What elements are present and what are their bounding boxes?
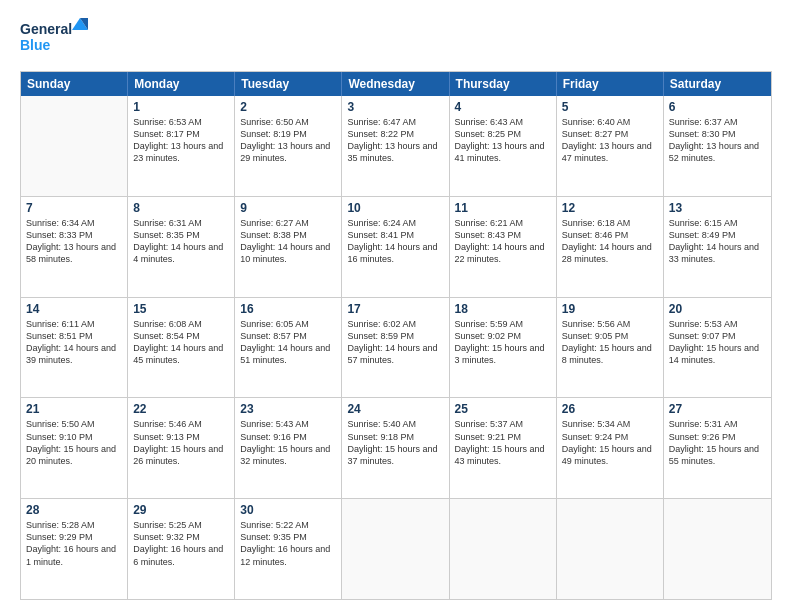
calendar-header: SundayMondayTuesdayWednesdayThursdayFrid… — [21, 72, 771, 96]
cell-info-line: Sunset: 8:57 PM — [240, 330, 336, 342]
day-cell-16: 16Sunrise: 6:05 AMSunset: 8:57 PMDayligh… — [235, 298, 342, 398]
cell-info-line: Sunrise: 6:37 AM — [669, 116, 766, 128]
cell-info-line: Daylight: 15 hours and 26 minutes. — [133, 443, 229, 467]
cell-info-line: Sunset: 9:13 PM — [133, 431, 229, 443]
cell-info-line: Sunset: 8:17 PM — [133, 128, 229, 140]
cell-info-line: Sunrise: 5:56 AM — [562, 318, 658, 330]
day-cell-8: 8Sunrise: 6:31 AMSunset: 8:35 PMDaylight… — [128, 197, 235, 297]
cell-info-line: Sunrise: 5:25 AM — [133, 519, 229, 531]
day-number: 27 — [669, 402, 766, 416]
calendar-week-2: 7Sunrise: 6:34 AMSunset: 8:33 PMDaylight… — [21, 197, 771, 298]
day-header-sunday: Sunday — [21, 72, 128, 96]
calendar-week-1: 1Sunrise: 6:53 AMSunset: 8:17 PMDaylight… — [21, 96, 771, 197]
calendar-body: 1Sunrise: 6:53 AMSunset: 8:17 PMDaylight… — [21, 96, 771, 599]
cell-info-line: Daylight: 14 hours and 33 minutes. — [669, 241, 766, 265]
cell-info-line: Daylight: 15 hours and 55 minutes. — [669, 443, 766, 467]
empty-cell — [664, 499, 771, 599]
cell-info-line: Sunset: 9:16 PM — [240, 431, 336, 443]
day-number: 11 — [455, 201, 551, 215]
cell-info-line: Daylight: 15 hours and 49 minutes. — [562, 443, 658, 467]
cell-info-line: Sunrise: 6:31 AM — [133, 217, 229, 229]
day-cell-25: 25Sunrise: 5:37 AMSunset: 9:21 PMDayligh… — [450, 398, 557, 498]
day-number: 28 — [26, 503, 122, 517]
calendar: SundayMondayTuesdayWednesdayThursdayFrid… — [20, 71, 772, 600]
cell-info-line: Sunrise: 6:43 AM — [455, 116, 551, 128]
cell-info-line: Sunrise: 6:11 AM — [26, 318, 122, 330]
day-number: 23 — [240, 402, 336, 416]
day-number: 22 — [133, 402, 229, 416]
cell-info-line: Daylight: 14 hours and 45 minutes. — [133, 342, 229, 366]
cell-info-line: Sunset: 8:35 PM — [133, 229, 229, 241]
day-cell-4: 4Sunrise: 6:43 AMSunset: 8:25 PMDaylight… — [450, 96, 557, 196]
cell-info-line: Daylight: 14 hours and 22 minutes. — [455, 241, 551, 265]
day-cell-9: 9Sunrise: 6:27 AMSunset: 8:38 PMDaylight… — [235, 197, 342, 297]
cell-info-line: Sunset: 8:59 PM — [347, 330, 443, 342]
day-cell-19: 19Sunrise: 5:56 AMSunset: 9:05 PMDayligh… — [557, 298, 664, 398]
cell-info-line: Daylight: 15 hours and 3 minutes. — [455, 342, 551, 366]
day-number: 3 — [347, 100, 443, 114]
day-cell-22: 22Sunrise: 5:46 AMSunset: 9:13 PMDayligh… — [128, 398, 235, 498]
cell-info-line: Daylight: 15 hours and 8 minutes. — [562, 342, 658, 366]
cell-info-line: Sunset: 8:22 PM — [347, 128, 443, 140]
day-number: 8 — [133, 201, 229, 215]
cell-info-line: Daylight: 13 hours and 35 minutes. — [347, 140, 443, 164]
day-header-wednesday: Wednesday — [342, 72, 449, 96]
cell-info-line: Sunrise: 6:05 AM — [240, 318, 336, 330]
cell-info-line: Sunset: 9:21 PM — [455, 431, 551, 443]
cell-info-line: Sunrise: 5:40 AM — [347, 418, 443, 430]
day-number: 19 — [562, 302, 658, 316]
day-cell-15: 15Sunrise: 6:08 AMSunset: 8:54 PMDayligh… — [128, 298, 235, 398]
cell-info-line: Sunrise: 6:18 AM — [562, 217, 658, 229]
calendar-week-3: 14Sunrise: 6:11 AMSunset: 8:51 PMDayligh… — [21, 298, 771, 399]
day-cell-27: 27Sunrise: 5:31 AMSunset: 9:26 PMDayligh… — [664, 398, 771, 498]
day-number: 10 — [347, 201, 443, 215]
day-number: 16 — [240, 302, 336, 316]
cell-info-line: Sunrise: 6:40 AM — [562, 116, 658, 128]
day-number: 15 — [133, 302, 229, 316]
cell-info-line: Daylight: 13 hours and 58 minutes. — [26, 241, 122, 265]
cell-info-line: Sunrise: 6:50 AM — [240, 116, 336, 128]
cell-info-line: Daylight: 13 hours and 29 minutes. — [240, 140, 336, 164]
cell-info-line: Daylight: 14 hours and 4 minutes. — [133, 241, 229, 265]
cell-info-line: Daylight: 14 hours and 28 minutes. — [562, 241, 658, 265]
day-number: 14 — [26, 302, 122, 316]
cell-info-line: Sunset: 9:24 PM — [562, 431, 658, 443]
cell-info-line: Sunrise: 6:27 AM — [240, 217, 336, 229]
cell-info-line: Sunrise: 5:59 AM — [455, 318, 551, 330]
empty-cell — [557, 499, 664, 599]
cell-info-line: Daylight: 14 hours and 16 minutes. — [347, 241, 443, 265]
day-number: 9 — [240, 201, 336, 215]
day-cell-17: 17Sunrise: 6:02 AMSunset: 8:59 PMDayligh… — [342, 298, 449, 398]
cell-info-line: Sunrise: 5:50 AM — [26, 418, 122, 430]
day-number: 6 — [669, 100, 766, 114]
day-number: 30 — [240, 503, 336, 517]
page: General Blue SundayMondayTuesdayWednesda… — [0, 0, 792, 612]
cell-info-line: Daylight: 13 hours and 41 minutes. — [455, 140, 551, 164]
day-number: 5 — [562, 100, 658, 114]
day-number: 21 — [26, 402, 122, 416]
day-number: 2 — [240, 100, 336, 114]
cell-info-line: Sunrise: 5:43 AM — [240, 418, 336, 430]
cell-info-line: Sunset: 8:51 PM — [26, 330, 122, 342]
cell-info-line: Sunrise: 6:21 AM — [455, 217, 551, 229]
empty-cell — [450, 499, 557, 599]
day-cell-13: 13Sunrise: 6:15 AMSunset: 8:49 PMDayligh… — [664, 197, 771, 297]
day-header-monday: Monday — [128, 72, 235, 96]
day-number: 13 — [669, 201, 766, 215]
logo-svg: General Blue — [20, 16, 90, 61]
cell-info-line: Sunset: 8:30 PM — [669, 128, 766, 140]
day-number: 12 — [562, 201, 658, 215]
cell-info-line: Daylight: 16 hours and 12 minutes. — [240, 543, 336, 567]
calendar-week-4: 21Sunrise: 5:50 AMSunset: 9:10 PMDayligh… — [21, 398, 771, 499]
day-number: 17 — [347, 302, 443, 316]
cell-info-line: Daylight: 13 hours and 47 minutes. — [562, 140, 658, 164]
cell-info-line: Sunset: 9:05 PM — [562, 330, 658, 342]
cell-info-line: Sunset: 8:54 PM — [133, 330, 229, 342]
day-header-saturday: Saturday — [664, 72, 771, 96]
day-cell-7: 7Sunrise: 6:34 AMSunset: 8:33 PMDaylight… — [21, 197, 128, 297]
cell-info-line: Daylight: 16 hours and 6 minutes. — [133, 543, 229, 567]
cell-info-line: Sunrise: 6:47 AM — [347, 116, 443, 128]
day-cell-6: 6Sunrise: 6:37 AMSunset: 8:30 PMDaylight… — [664, 96, 771, 196]
cell-info-line: Sunset: 9:02 PM — [455, 330, 551, 342]
cell-info-line: Sunset: 9:10 PM — [26, 431, 122, 443]
